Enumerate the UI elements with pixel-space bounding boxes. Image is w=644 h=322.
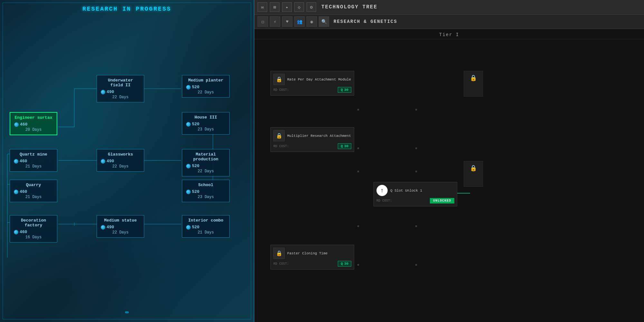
left-panel: RESEARCH IN PROGRESS (0, 0, 254, 322)
lightning-icon[interactable]: ⚡ (270, 16, 280, 27)
cube-icon[interactable]: ◻ (258, 16, 268, 27)
node-medium-statue[interactable]: Medium statue49022 Days (97, 215, 144, 238)
node-cost-interior-combo: 520 (186, 225, 225, 230)
cost-value-glassworks: 490 (107, 159, 114, 164)
node-title-underwater-field-2: Underwater field II (101, 78, 140, 88)
coin-icon-quarry (14, 190, 18, 194)
node-cost-house-3: 520 (186, 122, 225, 127)
node-cost-material-production: 520 (186, 164, 225, 168)
node-title-interior-combo: Interior combo (186, 218, 225, 223)
rd-cost-badge-2: Q 30 (338, 143, 351, 149)
dot-10 (415, 264, 417, 266)
rd-label: RD COST: (273, 88, 289, 92)
tech-card-multiplier[interactable]: 🔒 Multiplier Research Attachment RD COST… (270, 127, 354, 152)
cost-value-underwater-field-2: 490 (107, 90, 114, 94)
node-title-house-3: House III (186, 115, 225, 120)
node-quartz-mine[interactable]: Quartz mine46021 Days (10, 149, 57, 172)
cost-value-quarry: 460 (20, 189, 27, 194)
tech-card-slot-unlock[interactable]: ↑ Q Slot Unlock 1 RD COST: UNLOCKED (374, 182, 457, 206)
dot-9 (357, 264, 359, 266)
node-days-interior-combo: 21 Days (186, 230, 225, 235)
tech-card-rate-per-day[interactable]: 🔒 Rate Per Day Attachment Module RD COST… (270, 71, 354, 96)
cost-value-interior-combo: 520 (192, 225, 199, 230)
node-engineer-surtax[interactable]: Engineer surtax46020 Days (10, 112, 57, 135)
card-header-3: ↑ Q Slot Unlock 1 (376, 185, 454, 196)
node-house-3[interactable]: House III52023 Days (182, 112, 230, 135)
node-days-quarry: 21 Days (14, 195, 53, 199)
node-days-medium-planter: 22 Days (186, 90, 225, 95)
pin-icon[interactable]: ◉ (307, 16, 317, 27)
node-cost-engineer-surtax: 460 (14, 122, 53, 127)
node-title-engineer-surtax: Engineer surtax (14, 115, 53, 120)
node-underwater-field-2[interactable]: Underwater field II49022 Days (97, 75, 144, 102)
lock-icon-4: 🔒 (273, 248, 285, 259)
second-title: RESEARCH & GENETICS (334, 19, 397, 24)
mail-icon[interactable]: ✉ (258, 2, 267, 12)
rd-label-2: RD COST: (273, 145, 289, 148)
people-icon[interactable]: ⚙ (307, 2, 316, 12)
node-decoration-factory[interactable]: Decoration factory46016 Days (10, 215, 57, 242)
heart-icon[interactable]: ♥ (282, 16, 292, 27)
star-icon[interactable]: ✦ (282, 2, 292, 12)
partial-lock-2: 🔒 (464, 161, 483, 175)
tier-header: Tier I (254, 29, 644, 39)
card-cost: RD COST: Q 30 (273, 87, 351, 93)
cost-value-engineer-surtax: 460 (20, 122, 27, 127)
coin-icon-school (186, 190, 191, 194)
partial-lock-1: 🔒 (464, 71, 483, 85)
node-title-glassworks: Glassworks (101, 152, 140, 157)
node-quarry[interactable]: Quarry46021 Days (10, 180, 57, 202)
dot-5 (357, 171, 359, 172)
top-title: TECHNOLOGY TREE (321, 4, 377, 10)
node-cost-medium-planter: 520 (186, 85, 225, 90)
diamond-icon[interactable]: ◇ (294, 2, 304, 12)
card-cost-3: RD COST: UNLOCKED (376, 198, 454, 204)
node-days-decoration-factory: 16 Days (14, 235, 53, 240)
partial-card-1: 🔒 (464, 71, 483, 97)
rd-search-icon: Q (341, 88, 343, 92)
node-days-glassworks: 22 Days (101, 164, 140, 169)
node-cost-underwater-field-2: 490 (101, 90, 140, 94)
coin-icon-decoration-factory (14, 230, 18, 234)
node-days-medium-statue: 22 Days (101, 230, 140, 235)
dot-1 (357, 109, 359, 110)
node-medium-planter[interactable]: Medium planter52022 Days (182, 75, 230, 98)
research-content: Engineer surtax46020 DaysQuartz mine4602… (0, 15, 254, 318)
grid-icon[interactable]: ⊞ (270, 2, 279, 12)
node-title-material-production: Material production (186, 152, 225, 162)
dot-2 (415, 109, 417, 110)
node-material-production[interactable]: Material production52022 Days (182, 149, 230, 176)
node-cost-glassworks: 490 (101, 159, 140, 164)
lock-icon: 🔒 (273, 74, 285, 85)
node-cost-quartz-mine: 460 (14, 159, 53, 164)
coin-icon-medium-statue (101, 225, 105, 230)
lock-icon-2: 🔒 (273, 130, 285, 141)
cost-value-material-production: 520 (192, 164, 199, 168)
node-title-quartz-mine: Quartz mine (14, 152, 53, 157)
card-header-4: 🔒 Faster Cloning Time (273, 248, 351, 259)
tech-card-faster-cloning[interactable]: 🔒 Faster Cloning Time RD COST: Q 30 (270, 245, 354, 270)
coin-icon-house-3 (186, 122, 191, 127)
partial-card-2: 🔒 (464, 161, 483, 187)
rd-cost-value-4: 30 (344, 262, 348, 266)
rd-cost-value: 30 (344, 88, 348, 92)
cost-value-house-3: 520 (192, 122, 199, 127)
node-cost-school: 520 (186, 189, 225, 194)
rd-search-icon-2: Q (341, 144, 343, 148)
coin-icon-underwater-field-2 (101, 90, 105, 94)
rd-label-3: RD COST: (376, 199, 392, 203)
card-title-4: Faster Cloning Time (287, 251, 327, 255)
node-days-underwater-field-2: 22 Days (101, 95, 140, 99)
search-icon[interactable]: 🔍 (319, 16, 329, 27)
node-title-medium-statue: Medium statue (101, 218, 140, 223)
people2-icon[interactable]: 👥 (294, 16, 305, 27)
coin-icon-material-production (186, 164, 191, 168)
coin-icon-medium-planter (186, 85, 191, 90)
node-interior-combo[interactable]: Interior combo52021 Days (182, 215, 230, 238)
card-cost-2: RD COST: Q 30 (273, 143, 351, 149)
node-school[interactable]: School52023 Days (182, 180, 230, 202)
rd-search-icon-4: Q (341, 262, 343, 266)
tree-content: Tier I 🔒 Rate Per Day Attachment Module … (254, 29, 644, 322)
cost-value-medium-statue: 490 (107, 225, 114, 230)
node-glassworks[interactable]: Glassworks49022 Days (97, 149, 144, 172)
